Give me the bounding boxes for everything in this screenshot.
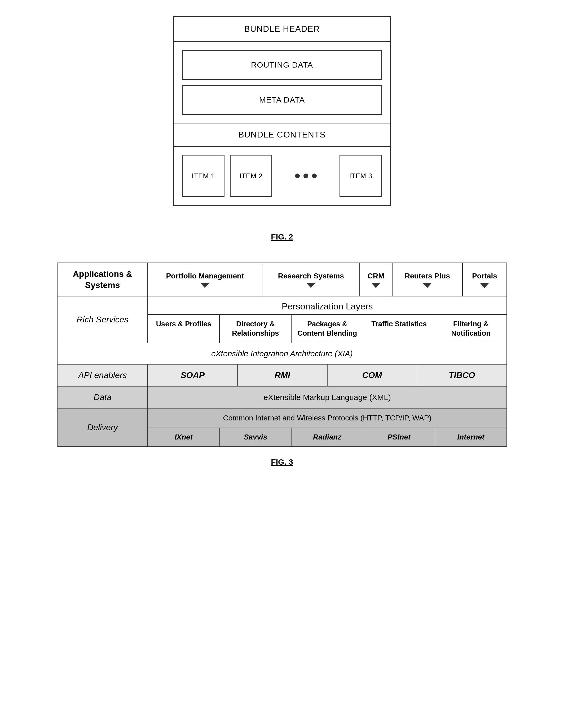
api-tibco: TIBCO bbox=[417, 365, 507, 386]
item1-box: ITEM 1 bbox=[182, 155, 224, 197]
delivery-ixnet: IXnet bbox=[148, 428, 220, 446]
item2-box: ITEM 2 bbox=[230, 155, 272, 197]
fig2-diagram: BUNDLE HEADER ROUTING DATA META DATA BUN… bbox=[173, 16, 391, 206]
delivery-savvis: Savvis bbox=[220, 428, 292, 446]
delivery-content: Common Internet and Wireless Protocols (… bbox=[148, 408, 507, 447]
xia-row: eXtensible Integration Architecture (XIA… bbox=[57, 343, 507, 364]
portals-header: Portals bbox=[463, 263, 507, 296]
pers-directory: Directory & Relationships bbox=[220, 315, 292, 343]
items-row: ITEM 1 ITEM 2 ITEM 3 bbox=[174, 147, 390, 205]
delivery-bottom: IXnet Savvis Radianz PSInet Internet bbox=[148, 428, 507, 446]
reuters-header: Reuters Plus bbox=[392, 263, 463, 296]
data-row: Data eXtensible Markup Language (XML) bbox=[57, 386, 507, 408]
rich-services-label: Rich Services bbox=[57, 296, 148, 343]
data-content: eXtensible Markup Language (XML) bbox=[148, 386, 507, 408]
personalization-cell: Personalization Layers Users & Profiles … bbox=[148, 296, 507, 343]
dots-container bbox=[277, 174, 334, 178]
api-label: API enablers bbox=[57, 364, 148, 386]
delivery-label: Delivery bbox=[57, 408, 148, 447]
portfolio-header: Portfolio Management bbox=[148, 263, 262, 296]
item3-box: ITEM 3 bbox=[340, 155, 382, 197]
bundle-contents-label: BUNDLE CONTENTS bbox=[174, 123, 390, 147]
pers-traffic: Traffic Statistics bbox=[363, 315, 435, 343]
fig3-caption: FIG. 3 bbox=[271, 458, 293, 467]
app-systems-label: Applications & Systems bbox=[57, 263, 148, 296]
crm-header: CRM bbox=[360, 263, 392, 296]
portals-arrow bbox=[480, 283, 489, 288]
dot1 bbox=[295, 174, 300, 178]
personalization-inner: Users & Profiles Directory & Relationshi… bbox=[148, 314, 507, 343]
rich-services-row: Rich Services Personalization Layers Use… bbox=[57, 296, 507, 343]
dot2 bbox=[304, 174, 308, 178]
pers-packages: Packages & Content Blending bbox=[292, 315, 363, 343]
reuters-arrow bbox=[423, 283, 432, 288]
pers-filtering: Filtering & Notification bbox=[435, 315, 507, 343]
meta-data-box: META DATA bbox=[182, 85, 382, 115]
bundle-contents-section: BUNDLE CONTENTS ITEM 1 ITEM 2 ITEM 3 bbox=[174, 123, 390, 205]
app-systems-row: Applications & Systems Portfolio Managem… bbox=[57, 263, 507, 296]
dot3 bbox=[312, 174, 317, 178]
delivery-radianz: Radianz bbox=[292, 428, 363, 446]
portfolio-arrow bbox=[200, 283, 210, 288]
api-content: SOAP RMI COM TIBCO bbox=[148, 364, 507, 386]
fig3-table: Applications & Systems Portfolio Managem… bbox=[57, 263, 507, 447]
api-row: API enablers SOAP RMI COM TIBCO bbox=[57, 364, 507, 386]
crm-arrow bbox=[371, 283, 381, 288]
api-com: COM bbox=[328, 365, 418, 386]
api-rmi: RMI bbox=[238, 365, 328, 386]
data-label: Data bbox=[57, 386, 148, 408]
api-soap: SOAP bbox=[148, 365, 238, 386]
bundle-header-label: BUNDLE HEADER bbox=[174, 17, 390, 42]
delivery-psinet: PSInet bbox=[363, 428, 435, 446]
pers-users: Users & Profiles bbox=[148, 315, 220, 343]
fig2-caption: FIG. 2 bbox=[271, 232, 293, 241]
delivery-protocols: Common Internet and Wireless Protocols (… bbox=[148, 409, 507, 428]
api-inner: SOAP RMI COM TIBCO bbox=[148, 365, 507, 386]
xia-cell: eXtensible Integration Architecture (XIA… bbox=[57, 343, 507, 364]
personalization-header: Personalization Layers bbox=[148, 296, 507, 314]
routing-data-box: ROUTING DATA bbox=[182, 50, 382, 80]
delivery-row: Delivery Common Internet and Wireless Pr… bbox=[57, 408, 507, 447]
research-header: Research Systems bbox=[262, 263, 360, 296]
research-arrow bbox=[306, 283, 316, 288]
fig3-diagram: Applications & Systems Portfolio Managem… bbox=[57, 263, 507, 447]
delivery-internet: Internet bbox=[435, 428, 507, 446]
